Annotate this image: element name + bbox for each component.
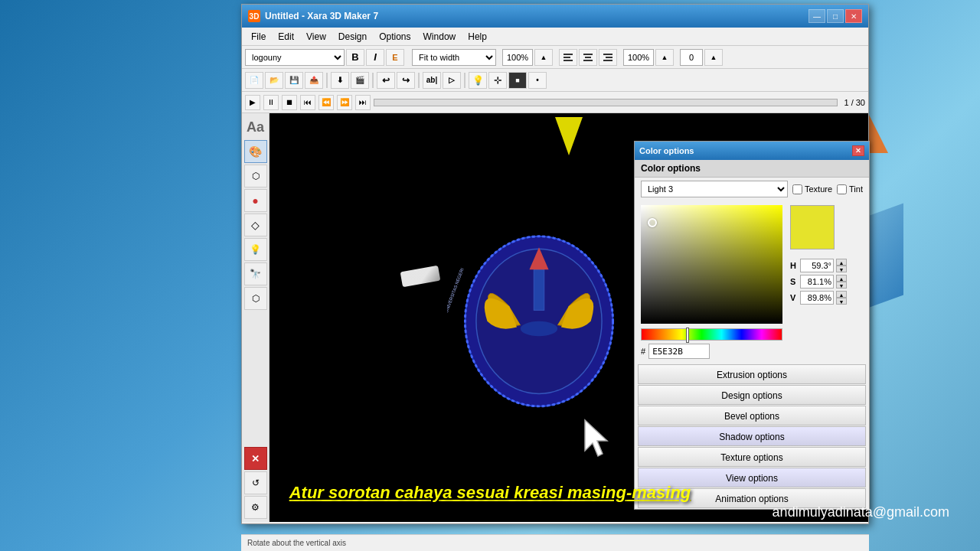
- menu-edit[interactable]: Edit: [272, 30, 300, 44]
- color-btn[interactable]: ■: [508, 72, 527, 89]
- new-button[interactable]: 📄: [245, 72, 263, 89]
- frame-counter: 1 / 30: [844, 98, 865, 107]
- morph-button[interactable]: ▷: [443, 72, 461, 89]
- hue-input[interactable]: [800, 259, 834, 272]
- light-tool[interactable]: 💡: [244, 238, 267, 261]
- close-button[interactable]: ✕: [845, 9, 862, 23]
- val-down[interactable]: ▼: [836, 298, 847, 305]
- color-picker-main: H ▲ ▼ S ▲: [641, 205, 863, 324]
- app-icon: 3D: [248, 10, 260, 22]
- font-dropdown[interactable]: logouny: [245, 49, 345, 66]
- export-button[interactable]: 📤: [305, 72, 323, 89]
- pointer-button[interactable]: ⊹: [488, 72, 507, 89]
- light-button[interactable]: 💡: [469, 72, 487, 89]
- hue-up[interactable]: ▲: [836, 259, 847, 266]
- hue-label: H: [790, 261, 798, 270]
- bold-button[interactable]: B: [346, 49, 364, 66]
- render-button[interactable]: 🎬: [351, 72, 369, 89]
- extrusion-options-button[interactable]: Extrusion options: [638, 364, 866, 384]
- sat-input[interactable]: [800, 275, 834, 289]
- yellow-arrow-indicator: [555, 117, 583, 155]
- hex-input[interactable]: [648, 344, 710, 359]
- stop-button[interactable]: ⏹: [282, 95, 297, 110]
- last-frame-button[interactable]: ⏭: [355, 95, 371, 110]
- shape-tool[interactable]: ⬡: [244, 165, 267, 187]
- panel-close-button[interactable]: ✕: [852, 145, 864, 156]
- svg-point-13: [521, 321, 557, 336]
- menu-help[interactable]: Help: [462, 30, 493, 44]
- italic-button[interactable]: I: [366, 49, 384, 66]
- menu-options[interactable]: Options: [373, 30, 416, 44]
- window-title: Untitled - Xara 3D Maker 7: [265, 11, 808, 21]
- toolbar-row2: 📄 📂 💾 📤 ⬇ 🎬 ↩ ↪ ab| ▷ 💡 ⊹ ■ •: [242, 69, 868, 92]
- circle-tool[interactable]: ●: [244, 189, 267, 212]
- maximize-button[interactable]: □: [827, 9, 844, 23]
- text-tool-label: Aa: [245, 116, 266, 139]
- second-zoom-input[interactable]: [623, 49, 654, 66]
- color-spectrum[interactable]: [641, 328, 782, 341]
- object-tool[interactable]: ⬡: [244, 287, 267, 310]
- text-button[interactable]: ab|: [423, 72, 441, 89]
- window-controls: — □ ✕: [808, 9, 862, 23]
- undo-button[interactable]: ↩: [377, 72, 395, 89]
- pause-button[interactable]: ⏸: [263, 95, 279, 110]
- play-button[interactable]: ▶: [245, 95, 260, 110]
- align-right-button[interactable]: [599, 49, 617, 66]
- fit-to-width-dropdown[interactable]: Fit to width Fit to height 50% 75% 100%: [412, 49, 496, 66]
- gradient-dark-layer: [641, 205, 782, 324]
- first-frame-button[interactable]: ⏮: [300, 95, 315, 110]
- save-button[interactable]: 💾: [285, 72, 303, 89]
- zoom-input[interactable]: [502, 49, 533, 66]
- arrow-tool[interactable]: ◇: [244, 214, 267, 236]
- menu-design[interactable]: Design: [332, 30, 373, 44]
- minimize-button[interactable]: —: [808, 9, 825, 23]
- shadow-options-button[interactable]: Shadow options: [638, 426, 866, 446]
- tint-checkbox[interactable]: [837, 184, 847, 194]
- prev-frame-button[interactable]: ⏪: [318, 95, 334, 110]
- angle-spin[interactable]: ▲: [704, 49, 723, 66]
- color-tool[interactable]: 🎨: [244, 140, 267, 163]
- hex-row: #: [641, 344, 863, 359]
- menu-view[interactable]: View: [300, 30, 332, 44]
- hue-down[interactable]: ▼: [836, 266, 847, 272]
- texture-options-button[interactable]: Texture options: [638, 447, 866, 467]
- color-options-panel: Color options ✕ Color options Light 3 Am…: [634, 141, 870, 510]
- color-gradient-picker[interactable]: [641, 205, 782, 324]
- color-right-side: H ▲ ▼ S ▲: [790, 205, 847, 305]
- angle-input[interactable]: [680, 49, 703, 66]
- title-bar: 3D Untitled - Xara 3D Maker 7 — □ ✕: [242, 5, 868, 28]
- spectrum-cursor: [686, 328, 689, 343]
- second-zoom-spin[interactable]: ▲: [655, 49, 674, 66]
- hue-arrows: ▲ ▼: [836, 259, 847, 272]
- extra-btn[interactable]: •: [528, 72, 547, 89]
- panel-title: Color options: [639, 146, 694, 155]
- import-button[interactable]: ⬇: [331, 72, 349, 89]
- light-dropdown[interactable]: Light 3 Ambient Light 1 Light 2 Shadow: [641, 181, 788, 197]
- align-left-icon: [563, 53, 573, 62]
- tint-checkbox-label[interactable]: Tint: [837, 184, 863, 194]
- subtitle-bar: Atur sorotan cahaya sesuai kreasi masing…: [0, 483, 980, 520]
- align-left-button[interactable]: [559, 49, 577, 66]
- next-frame-button[interactable]: ⏩: [337, 95, 352, 110]
- sat-down[interactable]: ▼: [836, 282, 847, 289]
- align-center-button[interactable]: [579, 49, 597, 66]
- design-options-button[interactable]: Design options: [638, 385, 866, 405]
- extrude-button[interactable]: E: [386, 49, 404, 66]
- zoom-spin-up[interactable]: ▲: [534, 49, 553, 66]
- texture-checkbox-label[interactable]: Texture: [792, 184, 832, 194]
- camera-tool[interactable]: 🔭: [244, 262, 267, 285]
- subtitle-text: Atur sorotan cahaya sesuai kreasi masing…: [289, 483, 691, 502]
- sat-up[interactable]: ▲: [836, 275, 847, 282]
- progress-bar[interactable]: [374, 99, 838, 106]
- menu-window[interactable]: Window: [417, 30, 462, 44]
- bevel-options-button[interactable]: Bevel options: [638, 406, 866, 425]
- open-button[interactable]: 📂: [265, 72, 283, 89]
- val-input[interactable]: [800, 291, 834, 305]
- texture-checkbox[interactable]: [792, 184, 802, 194]
- cursor-indicator: [581, 416, 612, 461]
- menu-file[interactable]: File: [245, 30, 272, 44]
- redo-button[interactable]: ↪: [397, 72, 415, 89]
- x-tool[interactable]: ✕: [244, 447, 267, 470]
- align-center-icon: [583, 53, 593, 62]
- val-up[interactable]: ▲: [836, 291, 847, 298]
